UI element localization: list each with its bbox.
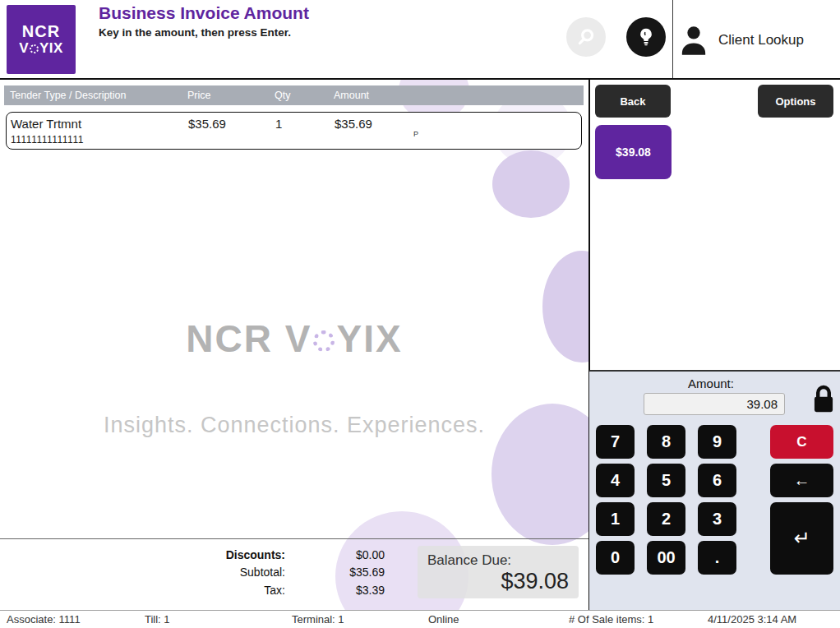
header-divider <box>672 0 673 78</box>
item-sku: 11111111111111 <box>11 134 84 145</box>
totals-divider <box>0 538 588 539</box>
status-bar: Associate: 1111 Till: 1 Terminal: 1 Onli… <box>0 610 840 628</box>
decor-blob-icon <box>492 150 570 218</box>
sale-item-row[interactable]: Water Trtmnt $35.69 1 $35.69 11111111111… <box>6 112 582 150</box>
search-button[interactable] <box>566 17 606 57</box>
column-header-qty: Qty <box>275 90 290 101</box>
lock-icon <box>810 383 837 418</box>
watermark-tagline: Insights. Connections. Experiences. <box>0 413 588 438</box>
page-title: Business Invoice Amount <box>99 3 309 23</box>
numpad-key-00[interactable]: 00 <box>647 541 685 575</box>
numpad-key-9[interactable]: 9 <box>698 425 736 459</box>
numpad-key-4[interactable]: 4 <box>596 464 635 497</box>
numpad-panel: Amount: 7 8 9 C 4 5 6 ← 1 2 3 ↵ 0 00 . <box>589 370 840 610</box>
status-sale-items: # Of Sale items: 1 <box>569 613 653 626</box>
status-terminal: Terminal: 1 <box>292 613 344 626</box>
tips-button[interactable] <box>626 17 666 57</box>
numpad-key-0[interactable]: 0 <box>596 541 635 575</box>
numpad-decimal-button[interactable]: . <box>698 541 736 575</box>
lightbulb-icon <box>635 26 657 48</box>
subtotal-label: Subtotal: <box>123 566 285 579</box>
options-button[interactable]: Options <box>758 85 833 118</box>
discounts-label: Discounts: <box>123 548 285 561</box>
quick-amount-button[interactable]: $39.08 <box>595 125 672 179</box>
table-header: Tender Type / Description Price Qty Amou… <box>4 85 584 105</box>
column-header-description: Tender Type / Description <box>10 90 127 101</box>
amount-label: Amount: <box>633 376 789 390</box>
status-associate: Associate: 1111 <box>7 613 81 626</box>
amount-input[interactable] <box>644 393 785 415</box>
status-datetime: 4/11/2025 3:14 AM <box>708 613 796 626</box>
item-qty: 1 <box>275 117 282 131</box>
numpad-key-3[interactable]: 3 <box>698 502 736 536</box>
logo-dotted-o-icon <box>30 44 39 53</box>
numpad-key-8[interactable]: 8 <box>647 425 685 459</box>
numpad-key-7[interactable]: 7 <box>596 425 635 459</box>
numpad-key-6[interactable]: 6 <box>698 464 736 497</box>
numpad-key-1[interactable]: 1 <box>596 502 635 536</box>
column-header-price: Price <box>187 90 210 101</box>
ncr-voyix-logo: NCR VYIX <box>7 5 76 74</box>
watermark-brand: NCR VYIX <box>0 316 588 361</box>
logo-line1: NCR <box>22 22 60 40</box>
watermark-dotted-o-icon <box>313 330 335 352</box>
status-connection: Online <box>428 613 459 626</box>
item-description: Water Trtmnt <box>11 117 81 131</box>
column-header-amount: Amount <box>334 90 369 101</box>
balance-due-box: Balance Due: $39.08 <box>418 546 579 598</box>
balance-due-label: Balance Due: <box>427 552 511 569</box>
numpad-key-5[interactable]: 5 <box>647 464 685 497</box>
numpad-clear-button[interactable]: C <box>770 425 833 459</box>
client-lookup-label: Client Lookup <box>718 32 804 48</box>
logo-line2: VYIX <box>19 40 63 57</box>
numpad-enter-button[interactable]: ↵ <box>770 502 833 575</box>
tax-label: Tax: <box>123 584 285 597</box>
client-lookup-button[interactable]: Client Lookup <box>677 20 833 61</box>
search-icon <box>575 26 597 48</box>
pos-app: NCR VYIX Business Invoice Amount Key in … <box>0 0 840 628</box>
item-price: $35.69 <box>188 117 226 131</box>
status-till: Till: 1 <box>145 613 170 626</box>
numpad-key-2[interactable]: 2 <box>647 502 685 536</box>
receipt-panel: Tender Type / Description Price Qty Amou… <box>0 80 588 610</box>
tax-value: $3.39 <box>321 584 385 597</box>
item-amount: $35.69 <box>335 117 372 131</box>
discounts-value: $0.00 <box>321 548 385 561</box>
person-icon <box>677 22 710 58</box>
numpad-backspace-button[interactable]: ← <box>770 464 833 497</box>
subtotal-value: $35.69 <box>321 566 385 579</box>
page-subtitle: Key in the amount, then press Enter. <box>99 26 291 39</box>
balance-due-value: $39.08 <box>501 569 569 594</box>
item-flag: P <box>413 130 418 138</box>
back-button[interactable]: Back <box>595 85 671 118</box>
